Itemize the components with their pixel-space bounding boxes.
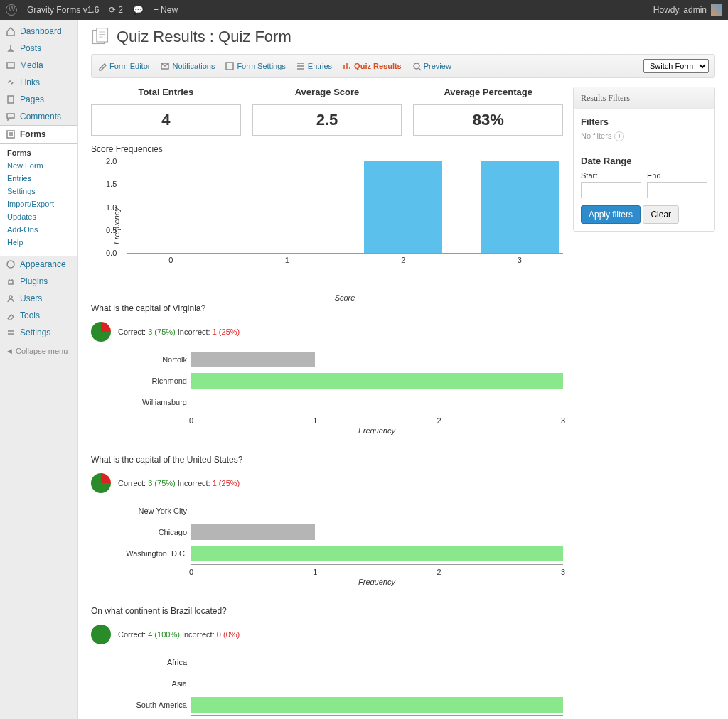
filters-label: Filters <box>581 117 707 127</box>
add-filter-button[interactable]: + <box>614 131 624 141</box>
question-title: On what continent is Brazil located? <box>91 606 563 616</box>
question-stats: Correct: 3 (75%) Incorrect: 1 (25%) <box>118 479 240 487</box>
svg-rect-8 <box>226 63 233 70</box>
avg-pct-label: Average Percentage <box>413 87 563 97</box>
sidebar-sub-settings[interactable]: Settings <box>0 185 77 198</box>
settings-icon <box>6 328 16 337</box>
date-range-label: Date Range <box>581 156 707 166</box>
wordpress-icon <box>6 4 17 16</box>
switch-form-select[interactable]: Switch Form <box>643 59 709 73</box>
updates-link[interactable]: ⟳ 2 <box>109 5 123 15</box>
toolbar-form-editor[interactable]: Form Editor <box>97 61 150 71</box>
avg-score-label: Average Score <box>252 87 402 97</box>
mail-icon <box>160 61 170 71</box>
question-1: What is the capital of the United States… <box>91 455 563 586</box>
sidebar-item-posts[interactable]: Posts <box>0 40 77 57</box>
pie-icon <box>91 473 111 493</box>
answer-chart: New York CityChicagoWashington, D.C.0123… <box>191 500 563 586</box>
question-stats: Correct: 3 (75%) Incorrect: 1 (25%) <box>118 328 240 336</box>
comment-icon <box>6 112 16 121</box>
media-icon <box>6 60 16 70</box>
score-frequencies-chart: Frequency 0.00.51.01.52.00123 Score <box>127 161 563 282</box>
question-2: On what continent is Brazil located?Corr… <box>91 606 563 719</box>
forms-icon <box>6 129 16 139</box>
admin-sidebar: Dashboard Posts Media Links Pages Commen… <box>0 20 78 719</box>
question-0: What is the capital of Virginia?Correct:… <box>91 303 563 435</box>
sidebar-item-pages[interactable]: Pages <box>0 91 77 108</box>
sidebar-sub-newform[interactable]: New Form <box>0 159 77 172</box>
toolbar-entries[interactable]: Entries <box>296 61 332 71</box>
users-icon <box>6 293 16 303</box>
svg-rect-6 <box>97 28 108 42</box>
plugin-icon <box>6 276 16 286</box>
link-icon <box>6 77 16 87</box>
home-icon <box>6 26 16 36</box>
tools-icon <box>6 310 16 320</box>
sidebar-item-media[interactable]: Media <box>0 57 77 74</box>
settings-icon <box>225 61 235 71</box>
sidebar-item-dashboard[interactable]: Dashboard <box>0 23 77 40</box>
end-date-input[interactable] <box>647 182 707 198</box>
toolbar-notifications[interactable]: Notifications <box>160 61 215 71</box>
answer-chart: NorfolkRichmondWilliamsburg0123Frequency <box>191 349 563 435</box>
site-link[interactable]: Gravity Forms v1.6 <box>27 5 99 15</box>
sidebar-item-settings[interactable]: Settings <box>0 324 77 341</box>
sidebar-item-comments[interactable]: Comments <box>0 108 77 125</box>
sidebar-item-appearance[interactable]: Appearance <box>0 256 77 273</box>
wp-logo-link[interactable] <box>6 4 17 16</box>
page-icon <box>91 27 111 47</box>
score-chart-title: Score Frequencies <box>91 144 563 154</box>
sidebar-sub-forms[interactable]: Forms <box>0 146 77 159</box>
plus-icon: + <box>154 5 159 15</box>
end-label: End <box>647 171 661 180</box>
pin-icon <box>6 43 16 53</box>
svg-point-4 <box>9 296 12 298</box>
sidebar-item-users[interactable]: Users <box>0 290 77 307</box>
chart-icon <box>342 61 352 71</box>
svg-rect-1 <box>8 96 14 103</box>
howdy-link[interactable]: Howdy, admin <box>653 5 707 15</box>
sidebar-item-links[interactable]: Links <box>0 74 77 91</box>
sidebar-item-forms[interactable]: Forms <box>0 125 77 144</box>
start-label: Start <box>581 171 597 180</box>
svg-rect-0 <box>7 63 14 68</box>
filters-header: Results Filters <box>574 87 714 109</box>
sidebar-sub-entries[interactable]: Entries <box>0 172 77 185</box>
question-title: What is the capital of Virginia? <box>91 303 563 313</box>
svg-rect-2 <box>7 131 14 138</box>
start-date-input[interactable] <box>581 182 641 198</box>
total-entries-label: Total Entries <box>91 87 241 97</box>
svg-point-3 <box>7 261 14 268</box>
pie-icon <box>91 322 111 342</box>
entries-icon <box>296 61 306 71</box>
form-toolbar: Form Editor Notifications Form Settings … <box>91 54 715 78</box>
clear-filters-button[interactable]: Clear <box>643 205 679 224</box>
comment-icon: 💬 <box>133 5 144 15</box>
sidebar-item-tools[interactable]: Tools <box>0 307 77 324</box>
avg-pct-value: 83% <box>413 104 563 136</box>
question-title: What is the capital of the United States… <box>91 455 563 465</box>
sidebar-sub-help[interactable]: Help <box>0 236 77 249</box>
results-filters-panel: Results Filters Filters No filters+ Date… <box>573 87 715 232</box>
score-chart-xlabel: Score <box>335 293 355 302</box>
comments-link[interactable]: 💬 <box>133 5 144 15</box>
admin-bar: Gravity Forms v1.6 ⟳ 2 💬 + New Howdy, ad… <box>0 0 728 20</box>
page-title: Quiz Results : Quiz Form <box>117 28 291 46</box>
sidebar-sub-import[interactable]: Import/Export <box>0 198 77 210</box>
answer-chart: AfricaAsiaSouth America01234Frequency <box>191 652 563 719</box>
no-filters-text: No filters+ <box>581 131 707 141</box>
sidebar-sub-updates[interactable]: Updates <box>0 210 77 223</box>
appearance-icon <box>6 259 16 269</box>
toolbar-preview[interactable]: Preview <box>412 61 451 71</box>
new-link[interactable]: + New <box>154 5 178 15</box>
pie-icon <box>91 625 111 644</box>
sidebar-item-plugins[interactable]: Plugins <box>0 273 77 290</box>
toolbar-quiz-results[interactable]: Quiz Results <box>342 61 402 71</box>
apply-filters-button[interactable]: Apply filters <box>581 205 641 224</box>
collapse-menu[interactable]: ◄ Collapse menu <box>0 341 77 361</box>
avatar[interactable] <box>711 4 722 16</box>
sidebar-sub-addons[interactable]: Add-Ons <box>0 223 77 236</box>
avg-score-value: 2.5 <box>252 104 402 136</box>
toolbar-form-settings[interactable]: Form Settings <box>225 61 285 71</box>
page-icon <box>6 94 16 104</box>
